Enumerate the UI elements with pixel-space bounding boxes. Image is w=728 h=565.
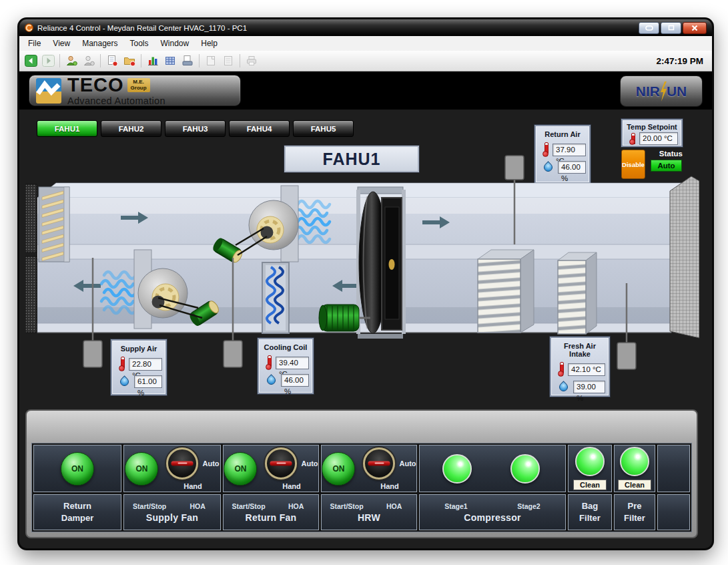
return-fan-on-button[interactable]: ON (224, 452, 257, 486)
return-damper-louver (39, 187, 69, 262)
print-report-icon[interactable] (179, 53, 196, 69)
hoa-switch-handle (171, 461, 194, 465)
stage2-label: Stage2 (492, 502, 565, 510)
start-stop-label: Start/Stop (224, 502, 274, 510)
auto-label: Auto (301, 459, 318, 467)
hand-label: Hand (380, 482, 399, 490)
teco-logo-icon (36, 78, 61, 104)
hoa-switch-handle (270, 461, 292, 465)
bag-filter-graphic (478, 250, 534, 333)
toolbar-separator (199, 54, 200, 67)
bag-filter-label-line2: Filter (579, 512, 601, 524)
tab-fahu5[interactable]: FAHU5 (293, 120, 354, 137)
hoa-label: HOA (274, 502, 318, 510)
pre-filter-control-cell: Clean (614, 445, 655, 492)
pre-filter-label-line1: Pre (624, 500, 645, 512)
toolbar-separator (240, 54, 240, 67)
tab-fahu2[interactable]: FAHU2 (101, 120, 161, 137)
printer-icon[interactable] (244, 53, 260, 69)
humidity-drop-icon (118, 375, 130, 387)
menu-tools[interactable]: Tools (124, 37, 155, 49)
bag-filter-status-lamp (575, 447, 605, 476)
control-panel: ON ON Auto Hand ON (25, 409, 698, 538)
clock: 2:47:19 PM (656, 56, 709, 66)
return-fan-label-cell: Start/Stop HOA Return Fan (223, 494, 319, 530)
spare-label-cell (657, 494, 690, 530)
bag-filter-control-cell: Clean (568, 445, 612, 492)
fresh-air-grille (670, 176, 699, 338)
menu-window[interactable]: Window (155, 37, 196, 49)
bag-filter-label-cell: Bag Filter (568, 494, 612, 530)
back-icon[interactable] (23, 53, 39, 69)
nirsun-text-right: UN (667, 83, 687, 100)
return-damper-label-cell: Return Damper (33, 494, 121, 530)
cooling-coil-graphic (262, 262, 289, 333)
cooling-coil-panel: Cooling Coil 39.40 °C 46.00 % (258, 338, 314, 394)
tab-fahu4[interactable]: FAHU4 (229, 120, 290, 137)
tab-fahu1[interactable]: FAHU1 (37, 120, 97, 137)
menu-view[interactable]: View (47, 37, 76, 49)
toolbar: 2:47:19 PM (19, 51, 712, 71)
thermometer-icon (558, 362, 564, 377)
bag-filter-clean-status: Clean (573, 480, 607, 490)
supply-fan-label-cell: Start/Stop HOA Supply Fan (123, 494, 221, 530)
print-preview-icon[interactable] (220, 53, 236, 69)
supply-air-humidity-value: 61.00 % (134, 375, 162, 388)
supply-air-panel: Supply Air 22.80 °C 61.00 % (111, 339, 167, 395)
hrw-on-button[interactable]: ON (322, 452, 355, 486)
return-damper-label-line2: Damper (61, 512, 93, 524)
app-icon (25, 23, 33, 32)
close-button[interactable] (683, 22, 707, 34)
hrw-hoa-switch[interactable] (363, 447, 395, 480)
return-fan-label: Return Fan (246, 512, 297, 523)
toolbar-separator (59, 54, 60, 67)
return-fan-hoa-switch[interactable] (265, 447, 297, 480)
return-fan-control-cell: ON Auto Hand (223, 445, 319, 492)
minimize-button[interactable] (639, 22, 659, 34)
hrw-wheel-graphic (356, 187, 406, 339)
start-stop-label: Start/Stop (322, 502, 372, 510)
start-stop-label: Start/Stop (124, 502, 175, 510)
add-user-icon[interactable] (63, 53, 79, 69)
compressor-control-cell (419, 445, 566, 492)
nirsun-text-left: NIR (636, 83, 660, 100)
cooling-coil-humidity-value: 46.00 % (281, 374, 309, 387)
return-damper-on-button[interactable]: ON (61, 452, 94, 486)
teco-name: TECO (67, 75, 124, 95)
bar-chart-icon[interactable] (145, 53, 161, 69)
thermometer-icon (119, 357, 125, 371)
temp-setpoint-value[interactable]: 20.00 °C (639, 132, 678, 145)
menu-help[interactable]: Help (195, 37, 224, 49)
auto-label: Auto (202, 459, 219, 467)
tab-fahu3[interactable]: FAHU3 (165, 120, 226, 137)
supply-fan-on-button[interactable]: ON (125, 452, 158, 486)
thermometer-icon (629, 133, 635, 145)
compressor-stage1-lamp (442, 454, 472, 484)
page-setup-icon[interactable] (203, 53, 219, 69)
hand-label: Hand (184, 482, 202, 490)
menu-file[interactable]: File (22, 37, 47, 49)
fresh-air-humidity-value: 39.00 % (573, 381, 605, 393)
supply-fan-hoa-switch[interactable] (166, 447, 198, 480)
forward-icon[interactable] (40, 53, 56, 69)
spare-control-cell (657, 445, 690, 492)
pre-filter-status-lamp (620, 447, 649, 476)
cooling-coil-temp-value: 39.40 °C (276, 357, 309, 369)
auto-label: Auto (399, 459, 416, 467)
maximize-button[interactable] (661, 22, 681, 34)
data-table-icon[interactable] (162, 53, 178, 69)
document-alarm-icon[interactable] (104, 53, 120, 69)
temp-setpoint-panel: Temp Setpoint 20.00 °C (621, 119, 683, 147)
hmi-main-area: FAHU1 FAHU2 FAHU3 FAHU4 FAHU5 FAHU1 Retu… (19, 110, 712, 548)
cooling-coil-title: Cooling Coil (262, 343, 309, 351)
window-title: Reliance 4 Control - Meydan Retail Cente… (37, 24, 247, 32)
menu-managers[interactable]: Managers (76, 37, 123, 49)
temp-setpoint-title: Temp Setpoint (626, 123, 678, 131)
fresh-air-intake-panel: Fresh Air Intake 42.10 °C 39.00 % (550, 337, 610, 397)
user-icon[interactable] (81, 53, 97, 69)
supply-air-title: Supply Air (115, 345, 162, 353)
folder-alarm-icon[interactable] (121, 53, 137, 69)
fresh-air-temp-value: 42.10 °C (568, 363, 605, 376)
pre-filter-label-line2: Filter (624, 512, 645, 524)
compressor-label-cell: Stage1 Stage2 Compressor (419, 494, 566, 530)
